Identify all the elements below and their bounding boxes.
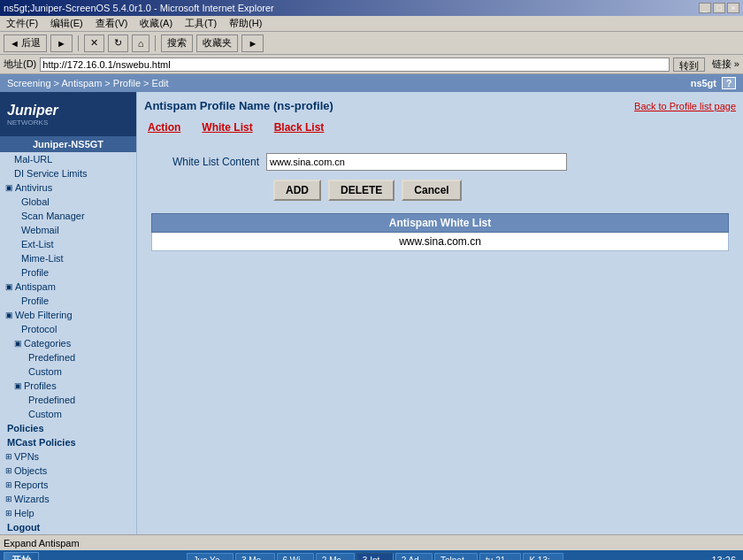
status-bar: Expand Antispam (0, 534, 743, 550)
sidebar-label-categories: Categories (24, 338, 71, 349)
sidebar-item-profile-av[interactable]: Profile (0, 265, 136, 280)
back-to-profile-link[interactable]: Back to Profile list page (634, 101, 736, 111)
sidebar-item-objects[interactable]: ⊞ Objects (0, 464, 136, 478)
taskbar-items: Jue Ya... 3 Me... 6 Wi... 2 Mc... 3 Int.… (187, 553, 563, 560)
white-list-content-label: White List Content (151, 156, 266, 168)
sidebar-item-profile-antispam[interactable]: Profile (0, 294, 136, 308)
sidebar-item-global[interactable]: Global (0, 195, 136, 209)
window-controls[interactable]: _ □ × (699, 3, 739, 13)
title-bar: ns5gt;Juniper-ScreenOS 5.4.0r1.0 - Micro… (0, 0, 743, 16)
sidebar-logo: Juniper NETWORKS (0, 92, 136, 136)
help-icon[interactable]: ? (722, 77, 736, 89)
sidebar-item-antivirus[interactable]: ▣ Antivirus (0, 180, 136, 195)
menu-bar: 文件(F) 编辑(E) 查看(V) 收藏(A) 工具(T) 帮助(H) (0, 16, 743, 32)
start-button[interactable]: 开始 (4, 552, 39, 560)
cancel-button[interactable]: Cancel (402, 180, 461, 201)
menu-view[interactable]: 查看(V) (93, 16, 131, 31)
tab-white-list[interactable]: White List (198, 119, 256, 135)
expand-icon: ▣ (5, 183, 13, 192)
table-row: www.sina.com.cn (152, 233, 729, 251)
refresh-button[interactable]: ↻ (108, 35, 128, 52)
minimize-button[interactable]: _ (699, 3, 711, 13)
app-username: ns5gt (691, 78, 716, 88)
taskbar-item-4[interactable]: 3 Int... (356, 553, 394, 560)
sidebar-item-mime-list[interactable]: Mime-List (0, 251, 136, 265)
back-button[interactable]: ◄ 后退 (4, 35, 47, 52)
taskbar-item-7[interactable]: tu 21 ... (479, 553, 521, 560)
sidebar-item-custom-cat[interactable]: Custom (0, 364, 136, 379)
stop-button[interactable]: ✕ (84, 35, 104, 52)
expand-icon-webfilter: ▣ (5, 311, 13, 319)
sidebar-item-wizards[interactable]: ⊞ Wizards (0, 492, 136, 506)
white-list-table: Antispam White List www.sina.com.cn (151, 213, 729, 251)
app-nav-bar: Screening > Antispam > Profile > Edit ns… (0, 74, 743, 92)
sidebar-item-antispam[interactable]: ▣ Antispam (0, 280, 136, 294)
address-input[interactable] (40, 58, 670, 72)
tab-action[interactable]: Action (144, 119, 184, 135)
table-header-white-list: Antispam White List (152, 214, 729, 233)
form-row-white-list-content: White List Content (151, 153, 729, 171)
add-button[interactable]: ADD (273, 180, 321, 201)
sidebar-item-di-service-limits[interactable]: DI Service Limits (0, 166, 136, 180)
taskbar-item-2[interactable]: 6 Wi... (277, 553, 314, 560)
page-title-row: Antispam Profile Name (ns-profile) Back … (144, 99, 736, 112)
main-content: Antispam Profile Name (ns-profile) Back … (137, 92, 743, 534)
search-button[interactable]: 搜索 (161, 35, 193, 52)
sidebar-item-scan-manager[interactable]: Scan Manager (0, 209, 136, 223)
sidebar-label-profiles: Profiles (24, 380, 57, 391)
logo: Juniper NETWORKS (7, 103, 58, 127)
taskbar-item-8[interactable]: K 13:... (523, 553, 563, 560)
sidebar-label-wizards: Wizards (14, 494, 50, 504)
taskbar-item-3[interactable]: 2 Mc... (316, 553, 355, 560)
sidebar-item-help[interactable]: ⊞ Help (0, 506, 136, 520)
home-button[interactable]: ⌂ (132, 35, 150, 52)
taskbar-item-0[interactable]: Jue Ya... (187, 553, 234, 560)
sidebar-label-antivirus: Antivirus (15, 182, 52, 193)
toolbar: ◄ 后退 ► ✕ ↻ ⌂ 搜索 收藏夹 ► (0, 32, 743, 55)
sidebar-item-web-filtering[interactable]: ▣ Web Filtering (0, 308, 136, 322)
taskbar-item-5[interactable]: 2 Ad... (395, 553, 433, 560)
sidebar-item-webmail[interactable]: Webmail (0, 223, 136, 237)
maximize-button[interactable]: □ (713, 3, 725, 13)
taskbar-item-1[interactable]: 3 Me... (235, 553, 275, 560)
address-label: 地址(D) (4, 58, 36, 71)
media-button[interactable]: ► (241, 35, 264, 52)
sidebar-item-categories[interactable]: ▣ Categories (0, 336, 136, 350)
form-area: White List Content ADD DELETE Cancel Ant… (144, 146, 736, 258)
menu-favorites[interactable]: 收藏(A) (137, 16, 175, 31)
forward-button[interactable]: ► (50, 35, 73, 52)
expand-icon-antispam: ▣ (5, 282, 13, 291)
white-list-content-input[interactable] (266, 153, 567, 171)
sidebar-item-mal-url[interactable]: Mal-URL (0, 152, 136, 166)
sidebar-label-reports: Reports (14, 479, 49, 490)
sidebar-item-vpns[interactable]: ⊞ VPNs (0, 449, 136, 464)
taskbar: 开始 Jue Ya... 3 Me... 6 Wi... 2 Mc... 3 I… (0, 550, 743, 560)
taskbar-time: 13:26 (711, 555, 739, 560)
table-cell-value: www.sina.com.cn (152, 233, 729, 251)
status-text: Expand Antispam (4, 538, 80, 548)
menu-edit[interactable]: 编辑(E) (48, 16, 86, 31)
breadcrumb: Screening > Antispam > Profile > Edit (7, 78, 169, 88)
sidebar-item-predefined-prof[interactable]: Predefined (0, 393, 136, 407)
sidebar-item-profiles[interactable]: ▣ Profiles (0, 379, 136, 393)
menu-help[interactable]: 帮助(H) (226, 16, 264, 31)
menu-tools[interactable]: 工具(T) (182, 16, 219, 31)
expand-icon-profiles: ▣ (14, 381, 22, 390)
menu-file[interactable]: 文件(F) (4, 16, 41, 31)
sidebar: Juniper NETWORKS Juniper-NS5GT Mal-URL D… (0, 92, 137, 534)
sidebar-item-predefined-cat[interactable]: Predefined (0, 350, 136, 364)
sidebar-item-logout[interactable]: Logout (0, 520, 136, 534)
sidebar-item-mcast-policies[interactable]: MCast Policies (0, 435, 136, 449)
delete-button[interactable]: DELETE (328, 180, 394, 201)
sidebar-label-objects: Objects (14, 465, 47, 476)
sidebar-item-custom-prof[interactable]: Custom (0, 407, 136, 421)
taskbar-item-6[interactable]: Telnet... (434, 553, 478, 560)
sidebar-item-protocol[interactable]: Protocol (0, 322, 136, 336)
close-button[interactable]: × (727, 3, 739, 13)
sidebar-item-reports[interactable]: ⊞ Reports (0, 478, 136, 492)
sidebar-item-policies[interactable]: Policies (0, 421, 136, 435)
favorites-button[interactable]: 收藏夹 (196, 35, 238, 52)
tab-black-list[interactable]: Black List (271, 119, 328, 135)
go-button[interactable]: 转到 (673, 58, 705, 72)
sidebar-item-ext-list[interactable]: Ext-List (0, 237, 136, 251)
